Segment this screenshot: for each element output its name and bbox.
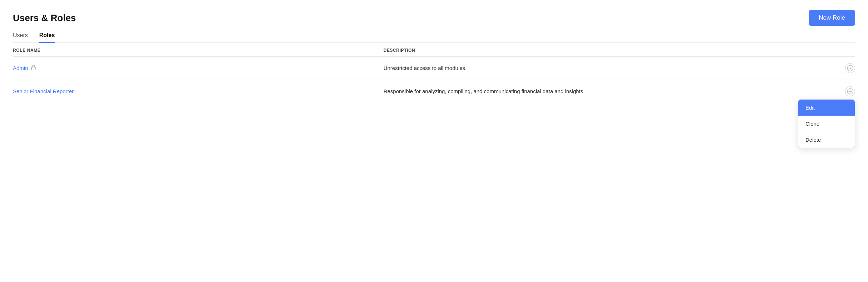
col-header-description: DESCRIPTION (384, 48, 838, 53)
action-dropdown-menu: Edit Clone Delete (798, 99, 855, 148)
page-header: Users & Roles New Role (13, 10, 855, 26)
tab-users[interactable]: Users (13, 32, 28, 43)
table-row: Admin Unrestricted access to all modules… (13, 57, 855, 80)
role-link-admin[interactable]: Admin (13, 65, 28, 71)
description-cell-senior-financial-reporter: Responsible for analyzing, compiling, an… (384, 88, 838, 94)
action-menu-button-senior-financial-reporter[interactable] (845, 86, 855, 96)
table-row: Senior Financial Reporter Responsible fo… (13, 80, 855, 103)
dropdown-item-clone[interactable]: Clone (798, 116, 855, 132)
page-title: Users & Roles (13, 12, 76, 24)
lock-icon (31, 65, 36, 71)
role-name-cell: Admin (13, 65, 384, 71)
description-cell-admin: Unrestricted access to all modules. (384, 65, 838, 71)
table-header: ROLE NAME DESCRIPTION (13, 43, 855, 57)
dropdown-item-delete[interactable]: Delete (798, 132, 855, 148)
actions-cell-senior-financial-reporter: Edit Clone Delete (838, 86, 855, 96)
new-role-button[interactable]: New Role (809, 10, 855, 26)
tab-roles[interactable]: Roles (39, 32, 55, 43)
page-container: Users & Roles New Role Users Roles ROLE … (0, 0, 868, 282)
action-menu-button-admin[interactable] (845, 63, 855, 73)
svg-rect-0 (31, 67, 36, 70)
col-header-role-name: ROLE NAME (13, 48, 384, 53)
actions-cell-admin (838, 63, 855, 73)
role-name-cell: Senior Financial Reporter (13, 88, 384, 94)
roles-table: ROLE NAME DESCRIPTION Admin Unrestricted… (13, 43, 855, 103)
tabs: Users Roles (13, 32, 855, 43)
role-link-senior-financial-reporter[interactable]: Senior Financial Reporter (13, 88, 74, 94)
dropdown-item-edit[interactable]: Edit (798, 100, 855, 116)
